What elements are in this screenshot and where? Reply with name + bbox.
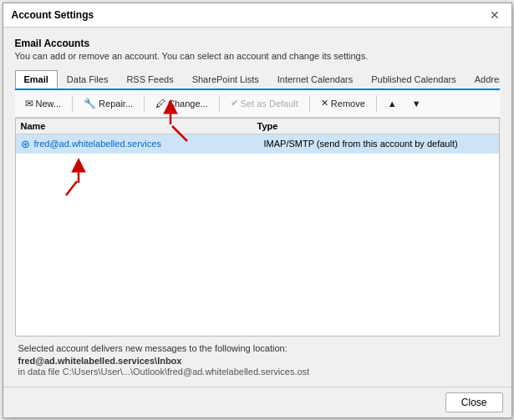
section-desc: You can add or remove an account. You ca… <box>15 51 500 61</box>
table-header: Name Type <box>16 119 499 134</box>
sep3 <box>219 95 220 112</box>
set-default-label: Set as Default <box>241 99 298 109</box>
col-header-name: Name <box>21 121 257 131</box>
remove-label: Remove <box>331 99 365 109</box>
change-label: Change... <box>168 99 208 109</box>
tab-internet-cal[interactable]: Internet Calendars <box>268 70 363 89</box>
tab-published-cal[interactable]: Published Calendars <box>362 70 466 89</box>
account-type: IMAP/SMTP (send from this account by def… <box>264 139 494 149</box>
col-header-type: Type <box>257 121 494 131</box>
new-button[interactable]: ✉ New... <box>18 94 69 113</box>
close-icon[interactable]: ✕ <box>486 8 503 22</box>
remove-button[interactable]: ✕ Remove <box>314 94 372 112</box>
tab-content-email: ✉ New... 🔧 Repair... 🖊 Change... ✔ Set a… <box>15 90 500 380</box>
tab-data-files[interactable]: Data Files <box>58 70 118 89</box>
dialog-body: Email Accounts You can add or remove an … <box>3 28 511 387</box>
accounts-table: Name Type ⊛ fred@ad.whitelabelled.servic… <box>15 118 500 337</box>
move-down-button[interactable]: ▼ <box>405 95 428 112</box>
account-settings-dialog: Account Settings ✕ Email Accounts You ca… <box>3 3 512 418</box>
remove-icon: ✕ <box>321 98 328 109</box>
sep1 <box>72 95 73 112</box>
dialog-title: Account Settings <box>12 9 94 21</box>
tab-email[interactable]: Email <box>15 70 58 89</box>
repair-label: Repair... <box>99 99 133 109</box>
set-default-button[interactable]: ✔ Set as Default <box>224 94 305 112</box>
move-up-button[interactable]: ▲ <box>381 95 404 112</box>
tab-bar: Email Data Files RSS Feeds SharePoint Li… <box>15 69 500 90</box>
close-button[interactable]: Close <box>445 392 503 412</box>
section-title: Email Accounts <box>15 38 500 49</box>
tab-rss-feeds[interactable]: RSS Feeds <box>117 70 182 89</box>
table-row[interactable]: ⊛ fred@ad.whitelabelled.services IMAP/SM… <box>16 134 499 154</box>
inbox-path: fred@ad.whitelabelled.services\Inbox <box>18 356 496 366</box>
toolbar: ✉ New... 🔧 Repair... 🖊 Change... ✔ Set a… <box>15 90 500 118</box>
tab-sharepoint[interactable]: SharePoint Lists <box>183 70 268 89</box>
sep2 <box>144 95 145 112</box>
dialog-footer: Close <box>3 387 511 417</box>
new-label: New... <box>36 99 62 109</box>
new-icon: ✉ <box>25 98 33 109</box>
data-file-path: in data file C:\Users\User\...\Outlook\f… <box>18 367 496 377</box>
tab-address-books[interactable]: Address Books <box>466 70 500 89</box>
title-bar: Account Settings ✕ <box>3 3 511 28</box>
change-button[interactable]: 🖊 Change... <box>149 94 215 113</box>
set-default-icon: ✔ <box>231 98 238 109</box>
footer-info: Selected account delivers new messages t… <box>15 337 500 380</box>
repair-button[interactable]: 🔧 Repair... <box>77 94 140 113</box>
sep4 <box>309 95 310 112</box>
repair-icon: 🔧 <box>84 98 96 109</box>
account-name: fred@ad.whitelabelled.services <box>34 139 264 149</box>
up-arrow-icon: ▲ <box>388 99 397 109</box>
down-arrow-icon: ▼ <box>412 99 421 109</box>
footer-desc: Selected account delivers new messages t… <box>18 343 496 353</box>
sep5 <box>376 95 377 112</box>
change-icon: 🖊 <box>155 98 165 109</box>
account-icon: ⊛ <box>21 138 30 150</box>
